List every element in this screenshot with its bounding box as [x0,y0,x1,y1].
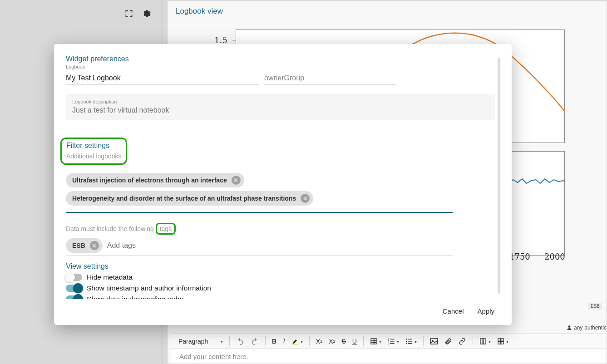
filter-settings-title: Filter settings [66,142,121,150]
dialog-title: Widget preferences [66,55,500,63]
logbook-description-block: Logbook description [66,94,495,120]
remove-chip-icon[interactable]: ✕ [301,194,310,203]
cancel-button[interactable]: Cancel [443,307,464,315]
toggle-label: Hide metadata [87,273,133,281]
remove-chip-icon[interactable]: ✕ [90,241,99,250]
toggle-hide-metadata[interactable] [66,274,82,281]
additional-logbooks-chips[interactable]: Ultrafast injection of electrons through… [66,171,453,213]
owner-group-input[interactable] [264,71,396,84]
logbook-name-input[interactable] [66,71,259,84]
highlight-tags-word: tags [156,223,176,235]
scrollbar-thumb[interactable] [498,58,500,294]
divider [66,130,497,130]
dialog-footer: Cancel Apply [54,299,512,325]
description-label: Logbook description [72,99,489,104]
logbook-chip[interactable]: Ultrafast injection of electrons through… [66,173,244,187]
additional-logbooks-label: Additional logbooks [66,152,121,160]
highlight-filter-settings: Filter settings Additional logbooks [60,138,127,165]
toggle-show-descending[interactable] [66,295,82,299]
tags-input-row[interactable]: ESB ✕ [66,238,453,256]
add-tags-input[interactable] [107,241,198,250]
view-settings-title: View settings [66,262,500,271]
toggle-show-timestamp[interactable] [66,285,82,292]
description-input[interactable] [72,106,489,114]
tag-chip[interactable]: ESB ✕ [66,238,103,253]
apply-button[interactable]: Apply [477,307,494,315]
toggle-label: Show data in descending order [87,295,184,299]
toggle-label: Show timestamp and author information [87,284,211,292]
logbook-label: Logbook [66,64,500,69]
tags-label: Data must include the following tags [66,223,500,235]
widget-preferences-dialog: Widget preferences Logbook Logbook descr… [54,44,512,325]
remove-chip-icon[interactable]: ✕ [232,176,241,185]
logbook-chip[interactable]: Heterogeneity and disorder at the surfac… [66,191,313,206]
